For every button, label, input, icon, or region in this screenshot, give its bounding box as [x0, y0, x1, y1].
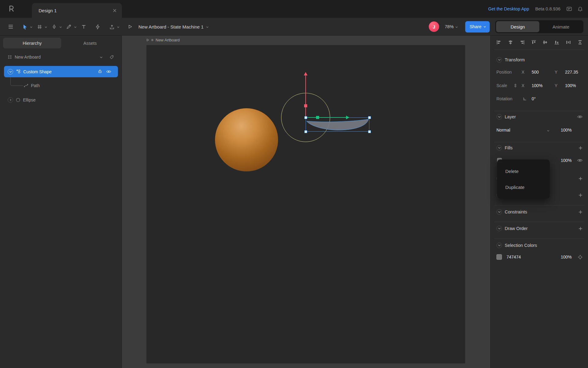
layer-visibility-eye-icon[interactable]: [577, 115, 582, 119]
lock-open-icon[interactable]: [98, 69, 102, 74]
pen-tool-icon[interactable]: [49, 21, 59, 32]
text-tool-icon[interactable]: [78, 21, 89, 32]
divider: [494, 111, 584, 111]
hidden-section-2-plus-icon[interactable]: [579, 193, 582, 197]
gizmo-y-axis-handle[interactable]: [304, 104, 307, 107]
tag-icon[interactable]: [110, 55, 114, 59]
tree-row-path[interactable]: Path: [0, 80, 122, 91]
handle-top-left[interactable]: [304, 116, 307, 119]
tree-row-artboard[interactable]: New Artboard: [0, 52, 122, 62]
artboard-tool-chevron-icon[interactable]: [45, 26, 47, 28]
gizmo-y-axis-arrow-icon[interactable]: [304, 72, 307, 75]
divider: [494, 239, 584, 239]
selection-color-opacity[interactable]: 100%: [561, 252, 572, 262]
scale-y-axis-label: Y: [555, 83, 565, 88]
menu-hamburger-icon[interactable]: [6, 21, 16, 32]
inspector-panel: Transform Position X 500 Y 227.35 Scale …: [490, 36, 588, 368]
align-right-icon[interactable]: [520, 40, 525, 45]
scale-x-field[interactable]: 100%: [532, 83, 555, 88]
custom-shape-expand-chevron-icon[interactable]: [8, 69, 13, 75]
select-tool-chevron-icon[interactable]: [30, 26, 32, 28]
hidden-section-1-plus-icon[interactable]: [579, 177, 582, 181]
ellipse-shape[interactable]: [215, 108, 278, 171]
gizmo-x-axis-line: [306, 117, 346, 118]
position-label: Position: [496, 70, 522, 75]
align-top-icon[interactable]: [531, 40, 536, 45]
align-left-icon[interactable]: [496, 40, 501, 45]
handle-bottom-left[interactable]: [304, 130, 307, 133]
feedback-icon[interactable]: [567, 7, 572, 11]
pencil-tool-icon[interactable]: [64, 21, 74, 32]
canvas-viewport[interactable]: New Artboard: [122, 36, 490, 368]
color-target-icon[interactable]: [578, 252, 582, 262]
artboard-tool-icon[interactable]: [34, 21, 45, 32]
position-x-axis-label: X: [522, 70, 532, 75]
user-avatar[interactable]: J: [429, 21, 439, 32]
tab-hierarchy[interactable]: Hierarchy: [3, 38, 61, 48]
tab-close-icon[interactable]: [113, 9, 116, 12]
draw-order-section-header: Draw Order: [496, 224, 582, 233]
tree-row-custom-shape[interactable]: Custom Shape: [4, 66, 118, 77]
distribute-vertical-icon[interactable]: [578, 40, 582, 45]
animate-mode-button[interactable]: Animate: [539, 21, 582, 32]
blend-mode-select[interactable]: Normal: [496, 125, 510, 135]
notifications-bell-icon[interactable]: [578, 6, 582, 12]
zoom-control[interactable]: 78%: [445, 24, 460, 29]
tabbar-right: Get the Desktop App Beta 0.8.936: [488, 0, 582, 18]
distribute-horizontal-icon[interactable]: [566, 40, 571, 45]
selection-color-swatch[interactable]: [496, 254, 502, 260]
design-mode-button[interactable]: Design: [496, 21, 539, 32]
events-bolt-icon[interactable]: [92, 21, 103, 32]
artboard-canvas-label[interactable]: New Artboard: [146, 37, 180, 43]
play-icon[interactable]: [125, 21, 135, 32]
position-x-field[interactable]: 500: [532, 70, 555, 75]
selection-color-hex[interactable]: 747474: [507, 252, 521, 262]
align-middle-vertical-icon[interactable]: [543, 40, 548, 45]
add-draw-order-plus-icon[interactable]: [579, 227, 582, 231]
align-bottom-icon[interactable]: [554, 40, 559, 45]
tree-artboard-label: New Artboard: [15, 55, 41, 59]
tree-ellipse-label: Ellipse: [23, 98, 36, 102]
constraints-collapse-chevron-icon[interactable]: [496, 209, 502, 215]
artboard-row-chevron-icon[interactable]: [100, 56, 103, 58]
fills-collapse-chevron-icon[interactable]: [496, 145, 502, 151]
selection-colors-collapse-chevron-icon[interactable]: [496, 243, 502, 248]
fill-opacity-field[interactable]: 100%: [561, 155, 572, 165]
gizmo-x-axis-handle[interactable]: [316, 116, 319, 119]
tree-row-ellipse[interactable]: Ellipse: [0, 95, 122, 105]
align-center-horizontal-icon[interactable]: [508, 40, 513, 45]
context-menu-item-duplicate[interactable]: Duplicate: [497, 179, 550, 195]
rive-logo-icon[interactable]: [8, 5, 16, 13]
scale-link-icon[interactable]: [514, 83, 522, 88]
draw-order-collapse-chevron-icon[interactable]: [496, 226, 502, 231]
handle-bottom-right[interactable]: [368, 130, 371, 133]
handle-top-right[interactable]: [368, 116, 371, 119]
tab-assets[interactable]: Assets: [61, 38, 119, 48]
export-icon[interactable]: [107, 21, 117, 32]
tab-design-1[interactable]: Design 1: [32, 3, 122, 18]
export-chevron-icon[interactable]: [117, 26, 119, 28]
mode-toggle: Design Animate: [495, 20, 583, 33]
share-button[interactable]: Share: [465, 21, 490, 33]
add-fill-plus-icon[interactable]: [579, 146, 582, 150]
artboard-state-machine-menu[interactable]: New Artboard - State Machine 1: [138, 24, 210, 29]
context-menu-item-delete[interactable]: Delete: [497, 163, 550, 179]
position-y-field[interactable]: 227.35: [565, 70, 582, 75]
select-tool-icon[interactable]: [20, 21, 30, 32]
layer-collapse-chevron-icon[interactable]: [496, 114, 502, 120]
scale-y-field[interactable]: 100%: [565, 83, 582, 88]
gizmo-x-axis-arrow-icon[interactable]: [346, 116, 349, 119]
add-constraint-plus-icon[interactable]: [579, 210, 582, 214]
beta-version-label: Beta 0.8.936: [535, 6, 560, 11]
visibility-eye-icon[interactable]: [106, 69, 111, 74]
rotation-field[interactable]: 0°: [532, 96, 582, 101]
share-button-label: Share: [469, 24, 481, 29]
ellipse-expand-chevron-icon[interactable]: [8, 97, 13, 103]
pencil-tool-chevron-icon[interactable]: [74, 26, 77, 28]
pen-tool-chevron-icon[interactable]: [59, 26, 62, 28]
transform-collapse-chevron-icon[interactable]: [496, 57, 502, 63]
get-desktop-app-link[interactable]: Get the Desktop App: [488, 6, 529, 11]
fill-visibility-eye-icon[interactable]: [577, 155, 582, 165]
blend-mode-chevron-icon[interactable]: [547, 126, 549, 136]
layer-opacity-field[interactable]: 100%: [561, 125, 572, 135]
